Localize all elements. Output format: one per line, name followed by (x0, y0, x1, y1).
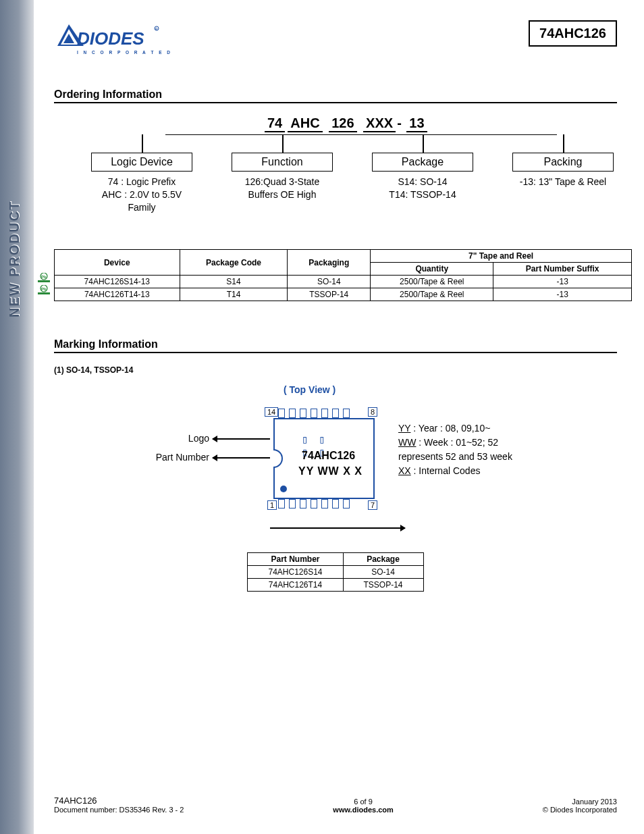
td-code: T14 (180, 288, 288, 301)
box-label: Logic Device (111, 156, 173, 167)
table-row: 74AHC126S14 SO-14 (248, 566, 423, 579)
table-row: 74AHC126S14-13 S14 SO-14 2500/Tape & Ree… (55, 276, 632, 288)
arrow-icon (213, 457, 270, 459)
legend-yy: YY (398, 423, 410, 434)
td-device: 74AHC126S14-13 (55, 276, 180, 288)
part-number-header-box: 74AHC126 (529, 20, 617, 47)
col-packing: Packing -13: 13" Tape & Reel (502, 153, 624, 214)
seg-package: XXX (363, 115, 396, 132)
td-pkg: SO-14 (288, 276, 371, 288)
seg-packing: 13 (406, 115, 427, 132)
ordering-table-wrap: Pb Pb Device Package Code Packaging 7" T… (39, 249, 617, 301)
logo-label: Logo (155, 433, 209, 444)
arrow-icon (213, 438, 270, 440)
sidebar-gradient: NEW PRODUCT (0, 0, 34, 834)
chip-date-code: YY WW X X (298, 465, 363, 477)
marking-section: Marking Information (1) SO-14, TSSOP-14 … (54, 338, 617, 592)
page-footer: 74AHC126 Document number: DS35346 Rev. 3… (54, 796, 617, 814)
logo-tagline: I N C O R P O R A T E D (77, 50, 172, 55)
svg-text:DIODES: DIODES (77, 28, 144, 49)
legend-xx-text: : Internal Codes (411, 465, 481, 476)
top-view-label: ( Top View ) (284, 384, 336, 395)
marking-table: Part Number Package 74AHC126S14 SO-14 74… (247, 552, 423, 592)
part-number-string: 74AHC 126 XXX- 13 (263, 115, 429, 132)
td-pkg: TSSOP-14 (343, 579, 423, 592)
td-qty: 2500/Tape & Reel (371, 276, 493, 288)
th-packaging: Packaging (288, 250, 371, 276)
footer-doc-number: Document number: DS35346 Rev. 3 - 2 (54, 806, 184, 814)
pin-label-1: 1 (267, 500, 277, 510)
legend-ww: WW (398, 437, 416, 448)
part-number-label: Part Number (135, 452, 209, 463)
legend-xx: XX (398, 465, 411, 476)
seg-family: AHC (288, 115, 322, 132)
td-pn: 74AHC126T14 (248, 579, 343, 592)
svg-rect-5 (38, 280, 50, 282)
diagram-connector (165, 134, 557, 141)
svg-text:Pb: Pb (41, 275, 47, 279)
header: DIODES R I N C O R P O R A T E D 74AHC12… (54, 20, 617, 55)
footer-part-number: 74AHC126 (54, 796, 184, 806)
col-function: Function 126:Quad 3-State Buffers OE Hig… (221, 153, 343, 214)
col-package: Package S14: SO-14 T14: TSSOP-14 (362, 153, 483, 214)
footer-left: 74AHC126 Document number: DS35346 Rev. 3… (54, 796, 184, 814)
td-pkg: SO-14 (343, 566, 423, 579)
col-desc: 126:Quad 3-State Buffers OE High (221, 176, 343, 201)
legend-ww-text2: represents 52 and 53 week (398, 450, 512, 464)
footer-url: www.diodes.com (333, 806, 393, 814)
box-label: Function (261, 156, 302, 167)
td-suffix: -13 (493, 276, 632, 288)
seg-function: 126 (329, 115, 356, 132)
th-tape-reel: 7" Tape and Reel (371, 250, 632, 263)
marking-legend: YY : Year : 08, 09,10~ WW : Week : 01~52… (398, 421, 512, 478)
td-code: S14 (180, 276, 288, 288)
chip-body: ▯ ▯▯ ▯ 74AHC126 YY WW X X (273, 418, 375, 499)
legend-yy-text: : Year : 08, 09,10~ (410, 423, 490, 434)
col-logic-device: Logic Device 74 : Logic Prefix AHC : 2.0… (81, 153, 203, 214)
ordering-title: Ordering Information (54, 88, 617, 103)
col-desc: -13: 13" Tape & Reel (502, 176, 624, 188)
footer-date: January 2013 (543, 798, 617, 806)
arrow-icon (270, 527, 405, 529)
legend-ww-text: : Week : 01~52; 52 (416, 437, 498, 448)
td-qty: 2500/Tape & Reel (371, 288, 493, 301)
lead-free-icon: Pb (38, 285, 51, 296)
td-suffix: -13 (493, 288, 632, 301)
svg-text:Pb: Pb (41, 287, 47, 291)
ordering-table: Device Package Code Packaging 7" Tape an… (54, 249, 632, 301)
chip-notch-icon (273, 449, 283, 468)
box-label: Package (402, 156, 444, 167)
table-row-header: Device Package Code Packaging 7" Tape an… (55, 250, 632, 263)
col-desc: 74 : Logic Prefix AHC : 2.0V to 5.5V Fam… (81, 176, 203, 214)
ordering-section: Ordering Information 74AHC 126 XXX- 13 L… (54, 88, 617, 301)
svg-text:R: R (155, 27, 158, 31)
td-pn: 74AHC126S14 (248, 566, 343, 579)
ordering-diagram: 74AHC 126 XXX- 13 Logic Device 74 : Logi… (81, 115, 617, 237)
footer-center: 6 of 9 www.diodes.com (333, 798, 393, 814)
seg-prefix: 74 (265, 115, 285, 132)
pin1-dot-icon (280, 486, 287, 492)
table-row: 74AHC126T14-13 T14 TSSOP-14 2500/Tape & … (55, 288, 632, 301)
pin-label-7: 7 (368, 500, 377, 510)
th-suffix: Part Number Suffix (493, 263, 632, 276)
page-content: DIODES R I N C O R P O R A T E D 74AHC12… (34, 0, 644, 834)
table-row: 74AHC126T14 TSSOP-14 (248, 579, 423, 592)
footer-right: January 2013 © Diodes Incorporated (543, 798, 617, 814)
th-package: Package (343, 553, 423, 566)
td-device: 74AHC126T14-13 (55, 288, 180, 301)
marking-subtitle: (1) SO-14, TSSOP-14 (54, 365, 617, 375)
marking-title: Marking Information (54, 338, 617, 353)
chip-part-number: 74AHC126 (302, 450, 355, 462)
seg-dash: - (397, 115, 402, 130)
diagram-columns: Logic Device 74 : Logic Prefix AHC : 2.0… (81, 153, 624, 214)
th-quantity: Quantity (371, 263, 493, 276)
diodes-logo: DIODES R I N C O R P O R A T E D (54, 20, 172, 55)
footer-copyright: © Diodes Incorporated (543, 806, 617, 814)
col-desc: S14: SO-14 T14: TSSOP-14 (362, 176, 483, 201)
box-label: Packing (544, 156, 583, 167)
lead-free-icon: Pb (38, 273, 51, 284)
marking-diagram: ( Top View ) Logo Part Number 14 8 1 7 ▯… (54, 384, 617, 550)
pin-label-8: 8 (368, 407, 377, 417)
td-pkg: TSSOP-14 (288, 288, 371, 301)
pin-label-14: 14 (265, 407, 278, 417)
